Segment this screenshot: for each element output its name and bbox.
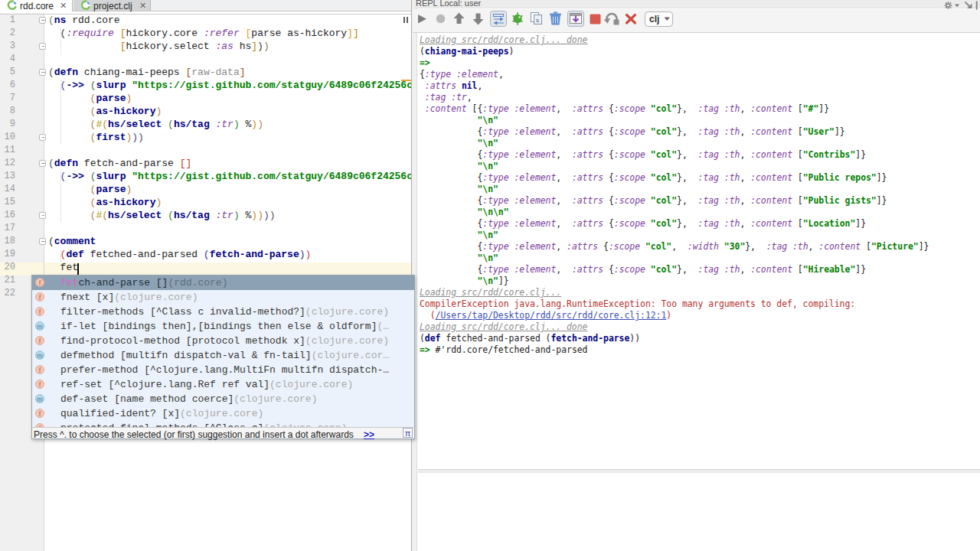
svg-text:clj: clj (649, 14, 659, 24)
svg-text:s: s (536, 17, 539, 24)
